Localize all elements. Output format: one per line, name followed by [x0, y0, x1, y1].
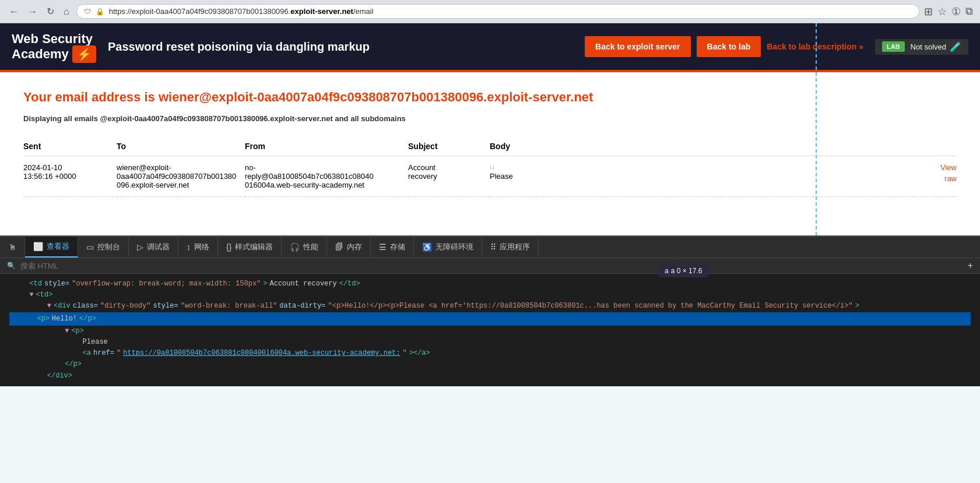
home-button[interactable]: ⌂ — [61, 5, 72, 18]
url-prefix: https://exploit-0aa4007a04f9c093808707b0… — [109, 7, 291, 16]
logo-icon: ⚡ — [72, 45, 96, 63]
code-line-2: ▼ <td> — [9, 290, 971, 301]
tab-label-performance: 性能 — [303, 242, 318, 252]
back-lab-button[interactable]: Back to lab — [697, 36, 761, 57]
debugger-icon: ▷ — [137, 242, 143, 252]
code-line-5: ▼ <p> — [9, 326, 971, 337]
tab-label-inspector: 查看器 — [47, 241, 69, 252]
email-body-preview: HPlease — [490, 156, 536, 197]
tab-label-debugger: 调试器 — [147, 242, 170, 252]
search-html-input[interactable] — [20, 262, 963, 270]
main-content: Your email address is wiener@exploit-0aa… — [0, 72, 980, 235]
devtools-tab-performance[interactable]: 🎧 性能 — [282, 237, 327, 257]
logo: Web Security Academy ⚡ — [12, 31, 96, 62]
nav-buttons: Back to exploit server Back to lab Back … — [585, 36, 863, 57]
code-line-6: Please — [9, 337, 971, 348]
tab-label-memory: 内存 — [347, 242, 362, 252]
code-line-7: <a href="https://0a81008504b7c063801c080… — [9, 348, 971, 359]
devtools-tab-application[interactable]: ⠿ 应用程序 — [482, 237, 539, 257]
vertical-dashed-line — [816, 23, 817, 70]
style-editor-icon: {} — [226, 242, 231, 252]
col-header-sent: Sent — [23, 137, 117, 156]
code-line-9: </div> — [9, 371, 971, 382]
tab-label-accessibility: 无障碍环境 — [435, 242, 473, 252]
email-sent: 2024-01-1013:56:16 +0000 — [23, 156, 117, 197]
logo-text: Web Security Academy ⚡ — [12, 31, 96, 62]
forward-button[interactable]: → — [26, 5, 40, 18]
tab-label-storage: 存储 — [390, 242, 405, 252]
col-header-from: From — [245, 137, 408, 156]
memory-icon: 🗐 — [335, 242, 343, 252]
profile-icon[interactable]: ① — [951, 5, 961, 18]
application-icon: ⠿ — [490, 242, 496, 252]
col-header-subject: Subject — [408, 137, 490, 156]
devtools-tab-network[interactable]: ↕ 网络 — [178, 237, 218, 257]
content-vertical-dashed-line — [816, 72, 817, 235]
devtools-tab-style-editor[interactable]: {} 样式编辑器 — [218, 237, 282, 257]
tab-label-style-editor: 样式编辑器 — [235, 242, 273, 252]
extensions-icon[interactable]: ⧉ — [965, 5, 973, 17]
devtools-tab-debugger[interactable]: ▷ 调试器 — [129, 237, 178, 257]
lab-badge: LAB — [882, 41, 905, 52]
code-line-4: <p> Hello! </p> — [9, 312, 971, 326]
devtools-code-view: <td style="overflow-wrap: break-word; ma… — [0, 274, 980, 386]
lock-icon: 🔒 — [96, 8, 104, 16]
email-to: wiener@exploit-0aa4007a04f9c093808707b00… — [117, 156, 245, 197]
add-panel-button[interactable]: + — [968, 260, 973, 271]
console-icon: ▭ — [86, 242, 94, 252]
code-line-1: <td style="overflow-wrap: break-word; ma… — [9, 278, 971, 290]
code-line-3: ▼ <div class="dirty-body" style="word-br… — [9, 301, 971, 312]
back-button[interactable]: ← — [7, 5, 21, 18]
col-header-body: Body — [490, 137, 536, 156]
code-line-8: </p> — [9, 359, 971, 370]
shield-icon: 🛡 — [84, 8, 91, 16]
col-header-to: To — [117, 137, 245, 156]
devtools-tab-console[interactable]: ▭ 控制台 — [78, 237, 129, 257]
performance-icon: 🎧 — [290, 242, 300, 252]
devtools-tab-inspector[interactable]: ⬜ 查看器 — [25, 237, 78, 258]
inspector-cursor-icon: 🖱 — [8, 242, 16, 252]
element-tooltip: a 0 × 17.6 — [659, 265, 708, 277]
tab-label-network: 网络 — [194, 242, 209, 252]
reload-button[interactable]: ↻ — [44, 5, 57, 18]
accessibility-icon: ♿ — [422, 242, 432, 252]
raw-link[interactable]: raw — [536, 174, 957, 183]
storage-icon: ☰ — [379, 242, 387, 252]
tab-label-application: 应用程序 — [500, 242, 530, 252]
col-header-actions — [536, 137, 957, 156]
back-exploit-server-button[interactable]: Back to exploit server — [585, 36, 691, 57]
top-navbar: Web Security Academy ⚡ Password reset po… — [0, 23, 980, 70]
devtools-tab-memory[interactable]: 🗐 内存 — [327, 237, 371, 257]
bookmark-icon[interactable]: ☆ — [937, 5, 947, 18]
address-bar[interactable]: 🛡 🔒 https://exploit-0aa4007a04f9c0938087… — [76, 4, 919, 19]
devtools-tab-accessibility[interactable]: ♿ 无障碍环境 — [414, 237, 482, 257]
search-icon: 🔍 — [7, 262, 16, 270]
not-solved-label: Not solved — [911, 43, 946, 51]
devtools-search-bar: 🔍 + — [0, 258, 980, 274]
network-icon: ↕ — [187, 242, 191, 252]
browser-icons: ⊞ ☆ ① ⧉ — [924, 5, 973, 18]
url-domain: exploit-server.net — [290, 7, 353, 16]
email-from: no-reply@0a81008504b7c063801c08040016004… — [245, 156, 408, 197]
devtools-tab-storage[interactable]: ☰ 存储 — [371, 237, 414, 257]
email-actions: View raw — [536, 156, 957, 197]
url-display: https://exploit-0aa4007a04f9c093808707b0… — [109, 7, 912, 16]
devtools-toolbar: 🖱 ⬜ 查看器 ▭ 控制台 ▷ 调试器 ↕ 网络 {} 样式编辑器 🎧 性能 🗐… — [0, 237, 980, 258]
view-link[interactable]: View — [536, 163, 957, 172]
tab-label-console: 控制台 — [97, 242, 120, 252]
devtools-panel: 🖱 ⬜ 查看器 ▭ 控制台 ▷ 调试器 ↕ 网络 {} 样式编辑器 🎧 性能 🗐… — [0, 235, 980, 386]
qr-icon[interactable]: ⊞ — [924, 5, 933, 18]
inspector-icon: ⬜ — [33, 242, 43, 251]
flask-icon: 🧪 — [950, 41, 961, 52]
url-suffix: /email — [353, 7, 374, 16]
devtools-inspector-icon[interactable]: 🖱 — [0, 238, 25, 256]
browser-chrome: ← → ↻ ⌂ 🛡 🔒 https://exploit-0aa4007a04f9… — [0, 0, 980, 23]
email-subject: Accountrecovery — [408, 156, 490, 197]
page-title: Password reset poisoning via dangling ma… — [108, 40, 573, 54]
lab-status-badge: LAB Not solved 🧪 — [875, 39, 968, 55]
